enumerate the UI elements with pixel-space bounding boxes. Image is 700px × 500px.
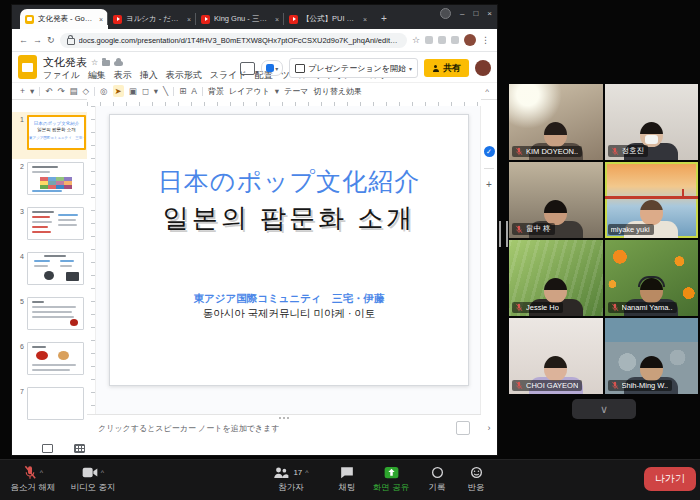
extension-icon[interactable] [451,36,459,44]
undo-icon[interactable]: ↶ [45,85,52,97]
slide-thumbnail-7[interactable]: 7 [12,384,87,429]
browser-menu-icon[interactable]: ⋮ [481,35,490,45]
thumbnail-preview[interactable] [27,387,84,420]
notes-options-button[interactable] [456,421,470,435]
zoom-icon[interactable]: ◎ [100,85,107,97]
insert-shape-icon[interactable]: ▾ [154,85,158,97]
select-tool-icon[interactable]: ➤ [113,85,124,97]
new-slide-icon[interactable]: + [20,85,25,97]
audio-options-caret[interactable]: ^ [40,469,43,476]
star-document-icon[interactable]: ☆ [91,58,98,67]
text-box-icon[interactable]: ▣ [129,85,137,97]
get-addons-icon[interactable]: + [486,180,492,190]
slide-thumbnail-5[interactable]: 5 [12,294,87,339]
slide-thumbnail-1[interactable]: 1 日本のポップ文化紹介 일본의 팝문화 소개 東アジア国際コミュニティ 三宅・… [12,112,87,159]
thumbnail-preview[interactable]: 日本のポップ文化紹介 일본의 팝문화 소개 東アジア国際コミュニティ 三宅・伊藤 [27,115,86,150]
thumbnail-preview[interactable] [27,162,84,195]
menu-format[interactable]: 表示形式 [166,69,202,82]
panel-resize-handle[interactable] [499,221,508,247]
tab-close-icon[interactable]: × [363,16,367,23]
menu-insert[interactable]: 挿入 [140,69,158,82]
browser-tab-youtube-1[interactable]: ヨルシカ - だから僕は音楽を辞めた... × [108,9,196,29]
transition-button[interactable]: 切り替え効果 [314,86,362,97]
stop-video-button[interactable]: ^ 비디오 중지 [64,464,122,494]
paint-format-icon[interactable]: ◇ [83,85,90,97]
side-panel-expand-icon[interactable]: › [488,423,491,433]
extension-icon[interactable] [438,36,446,44]
participants-options-caret[interactable]: ^ [305,469,308,476]
slide-subtitle-korean[interactable]: 동아시아 국제커뮤니티 미야케 · 이토 [110,307,468,321]
tab-close-icon[interactable]: × [187,16,191,23]
thumbnail-preview[interactable] [27,207,84,240]
theme-button[interactable]: テーマ [284,86,308,97]
tab-close-icon[interactable]: × [99,16,103,23]
participant-tile[interactable]: 畠中 柊 [509,162,603,238]
google-slides-logo[interactable] [18,55,37,79]
slide-thumbnail-3[interactable]: 3 [12,204,87,249]
grid-view-icon[interactable] [74,444,85,453]
reload-button[interactable]: ↻ [47,35,55,45]
participants-button[interactable]: 17 ^ 참가자 [260,464,322,494]
back-button[interactable]: ← [19,35,28,45]
browser-tab-slides[interactable]: 文化発表 - Google スライド × [20,9,108,29]
participant-tile[interactable]: KIM DOYEON.. [509,84,603,160]
menu-edit[interactable]: 編集 [88,69,106,82]
slide-title-korean[interactable]: 일본의 팝문화 소개 [110,201,468,236]
browser-tab-youtube-2[interactable]: King Gnu - 三文小説 - YouTube × [196,9,284,29]
extension-icon[interactable] [425,36,433,44]
forward-button[interactable]: → [33,35,42,45]
document-title[interactable]: 文化発表 [43,55,87,70]
more-participants-button[interactable]: ∨ [572,399,636,419]
leave-button[interactable]: 나가기 [644,467,696,491]
comment-history-icon[interactable] [240,62,255,75]
speaker-notes-placeholder[interactable]: クリックするとスピーカー ノートを追加できます [98,423,279,434]
filmstrip-view-icon[interactable] [42,444,53,453]
current-slide[interactable]: 日本のポップ文化紹介 일본의 팝문화 소개 東アジア国際コミュニティ 三宅・伊藤… [109,114,469,386]
url-input[interactable]: docs.google.com/presentation/d/1T4fHV3_B… [60,33,407,48]
layout-dropdown-icon[interactable]: ▾ [275,85,279,97]
redo-icon[interactable]: ↷ [57,85,64,97]
text-format-icon[interactable]: A [191,85,197,97]
reactions-button[interactable]: 반응 [456,464,496,494]
share-screen-button[interactable]: 화면 공유 [366,464,416,494]
slide-thumbnail-2[interactable]: 2 [12,159,87,204]
slide-thumbnail-6[interactable]: 6 [12,339,87,384]
record-button[interactable]: 기록 [420,464,454,494]
print-icon[interactable]: ▤ [70,85,78,97]
menu-view[interactable]: 表示 [114,69,132,82]
insert-image-icon[interactable]: ◻ [142,85,149,97]
participant-tile[interactable]: Jessie Ho [509,240,603,316]
minimize-button[interactable]: – [460,9,464,18]
background-button[interactable]: 背景 [208,86,224,97]
thumbnail-preview[interactable] [27,297,84,330]
browser-profile-icon[interactable] [440,8,451,19]
participant-tile[interactable]: Nanami Yama.. [605,240,699,316]
participant-tile-active-speaker[interactable]: miyake yuki [605,162,699,238]
thumbnail-preview[interactable] [27,252,84,285]
unmute-button[interactable]: ^ 음소거 해제 [2,464,64,494]
slide-subtitle-japanese[interactable]: 東アジア国際コミュニティ 三宅・伊藤 [110,292,468,306]
menu-file[interactable]: ファイル [43,69,80,82]
participant-tile[interactable]: 정호진 [605,84,699,160]
slide-thumbnail-4[interactable]: 4 [12,249,87,294]
tasks-icon[interactable]: ✓ [484,146,495,157]
move-folder-icon[interactable] [102,60,110,66]
chat-button[interactable]: 채팅 [328,464,366,494]
speaker-notes-bar[interactable]: クリックするとスピーカー ノートを追加できます [87,414,481,441]
insert-line-icon[interactable]: ╲ [163,85,168,97]
toolbar-dropdown-icon[interactable]: ▾ [30,85,34,97]
new-tab-button[interactable]: + [377,12,391,26]
slide-title-japanese[interactable]: 日本のポップ文化紹介 [110,165,468,198]
account-avatar[interactable] [475,60,491,76]
layout-button[interactable]: レイアウト [229,86,270,97]
bookmark-star-icon[interactable]: ☆ [412,35,420,45]
video-options-caret[interactable]: ^ [101,469,104,476]
thumbnail-preview[interactable] [27,342,84,375]
notes-drag-handle-icon[interactable] [278,417,291,419]
browser-avatar[interactable] [464,34,476,46]
participant-tile[interactable]: Shih-Ming W.. [605,318,699,394]
browser-tab-youtube-3[interactable]: 【公式】PUI PUI モルカー 第1話... × [284,9,372,29]
tab-close-icon[interactable]: × [275,16,279,23]
toolbar-collapse-icon[interactable]: ^ [485,87,489,96]
insert-table-icon[interactable]: ⊞ [179,85,186,97]
